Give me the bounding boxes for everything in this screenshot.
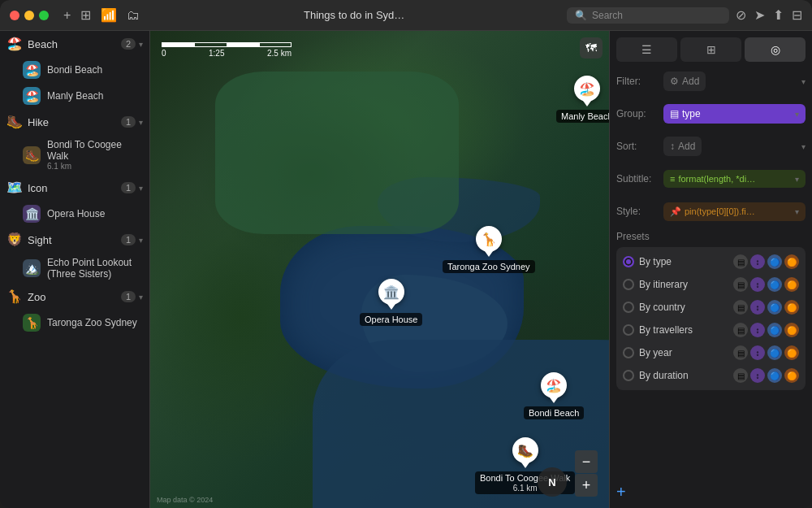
minimize-button[interactable] <box>24 11 34 20</box>
preset-dur-1: ▤ <box>733 368 748 383</box>
preset-duration-icons: ▤ ↕ 🔵 🟠 <box>733 368 799 383</box>
sidebar-group-sight[interactable]: 🦁 Sight 1 ▾ <box>0 227 149 253</box>
taronga-pin[interactable]: 🦒 Taronga Zoo Sydney <box>443 226 535 273</box>
add-preset-button[interactable]: + <box>610 476 812 508</box>
zoo-group-label: Zoo <box>28 291 121 303</box>
window-title: Things to do in Syd… <box>148 9 560 21</box>
wifi-icon[interactable]: 📶 <box>101 7 117 23</box>
preset-by-country[interactable]: By country ▤ ↕ 🔵 🟠 <box>620 296 802 319</box>
send-icon[interactable]: ➤ <box>754 7 765 23</box>
sidebar-group-icon[interactable]: 🗺️ Icon 1 ▾ <box>0 175 149 201</box>
sidebar-toggle-icon[interactable]: ⊟ <box>792 7 802 23</box>
preset-by-year[interactable]: By year ▤ ↕ 🔵 🟠 <box>620 341 802 364</box>
map-area[interactable]: 0 1:25 2.5 km 🗺 🏖️ Manly Beach 🦒 Taronga… <box>150 31 609 508</box>
zoo-group-icon: 🦒 <box>6 289 23 305</box>
bondi-beach-label: Bondi Beach <box>47 64 102 76</box>
share-icon[interactable]: ⬆ <box>773 7 784 23</box>
tabs-icon[interactable]: ⊞ <box>80 7 91 23</box>
sidebar-item-bondi-coogee[interactable]: 🥾 Bondi To Coogee Walk 6.1 km <box>0 135 149 175</box>
preset-trav-4: 🟠 <box>784 323 799 337</box>
block-icon[interactable]: ⊘ <box>736 7 746 23</box>
panel-tab-table[interactable]: ⊞ <box>680 37 741 62</box>
preset-yr-3: 🔵 <box>767 345 782 360</box>
close-button[interactable] <box>10 11 19 20</box>
zoom-in-button[interactable]: + <box>575 474 598 497</box>
preset-by-duration[interactable]: By duration ▤ ↕ 🔵 🟠 <box>620 364 802 387</box>
sidebar-item-taronga[interactable]: 🦒 Taronga Zoo Sydney <box>0 310 149 336</box>
sidebar-group-hike[interactable]: 🥾 Hike 1 ▾ <box>0 109 149 135</box>
manly-beach-label: Manly Beach <box>47 90 103 102</box>
preset-radio-country <box>623 302 634 313</box>
sort-add-button[interactable]: ↕ Add <box>663 137 702 156</box>
map-watermark: Map data © 2024 <box>157 496 213 504</box>
bondi-beach-pin[interactable]: 🏖️ Bondi Beach <box>524 372 584 419</box>
preset-cntry-3: 🔵 <box>767 300 782 315</box>
opera-house-icon: 🏛️ <box>23 205 41 223</box>
search-placeholder: Search <box>592 10 623 21</box>
preset-iter-4: 🟠 <box>784 277 799 292</box>
taronga-icon: 🦒 <box>23 314 41 332</box>
group-control[interactable]: ▤ type ▾ <box>663 104 806 124</box>
hike-chevron-icon: ▾ <box>139 118 143 127</box>
scale-seg-3 <box>227 42 259 47</box>
style-control[interactable]: 📌 pin(type[0][0]).fi… ▾ <box>663 202 806 221</box>
preset-country-icons: ▤ ↕ 🔵 🟠 <box>733 300 799 315</box>
search-bar[interactable]: 🔍 Search <box>567 7 729 24</box>
filter-add-button[interactable]: ⚙ Add <box>663 72 706 91</box>
panel-tab-list[interactable]: ☰ <box>616 37 677 62</box>
opera-house-pin[interactable]: 🏛️ Opera House <box>360 279 422 326</box>
taronga-label: Taronga Zoo Sydney <box>47 317 137 328</box>
presets-title: Presets <box>616 231 806 242</box>
panel-tabs: ☰ ⊞ ◎ <box>610 31 812 62</box>
preset-yr-4: 🟠 <box>784 345 799 360</box>
traffic-lights <box>10 11 49 20</box>
browser-icon[interactable]: 🗂 <box>127 8 140 23</box>
preset-by-travellers[interactable]: By travellers ▤ ↕ 🔵 🟠 <box>620 319 802 341</box>
land-north <box>215 72 459 234</box>
preset-yr-1: ▤ <box>733 345 748 360</box>
style-label: Style: <box>616 206 663 217</box>
sidebar-item-opera-house[interactable]: 🏛️ Opera House <box>0 201 149 227</box>
preset-icon-3: 🔵 <box>767 254 782 269</box>
compass[interactable]: N <box>538 467 567 497</box>
sidebar-group-zoo[interactable]: 🦒 Zoo 1 ▾ <box>0 284 149 310</box>
add-icon[interactable]: + <box>63 8 71 23</box>
sidebar-item-manly-beach[interactable]: 🏖️ Manly Beach <box>0 83 149 109</box>
compass-label: N <box>548 476 555 488</box>
scale-bar: 0 1:25 2.5 km <box>162 42 292 58</box>
panel-tab-settings[interactable]: ◎ <box>745 37 806 62</box>
preset-itinerary-icons: ▤ ↕ 🔵 🟠 <box>733 277 799 292</box>
panel-content: Filter: ⚙ Add ▾ Group: ▤ type ▾ Sort: <box>610 62 812 476</box>
preset-by-type[interactable]: By type ▤ ↕ 🔵 🟠 <box>620 250 802 273</box>
sidebar-item-bondi-beach[interactable]: 🏖️ Bondi Beach <box>0 57 149 83</box>
beach-group-count: 2 <box>121 38 136 50</box>
zoom-out-button[interactable]: − <box>575 450 598 473</box>
sight-group-icon: 🦁 <box>6 232 23 248</box>
subtitle-value: format(length, *di… <box>678 174 755 184</box>
icon-group-icon: 🗺️ <box>6 180 23 196</box>
map-view-toggle[interactable]: 🗺 <box>580 37 603 59</box>
sidebar-item-echo-point[interactable]: 🏔️ Echo Point Lookout (Three Sisters) <box>0 253 149 284</box>
preset-travellers-icons: ▤ ↕ 🔵 🟠 <box>733 323 799 337</box>
manly-beach-pin-label: Manly Beach <box>556 110 609 123</box>
preset-radio-travellers <box>623 324 634 336</box>
hike-group-icon: 🥾 <box>6 114 23 130</box>
manly-beach-pin[interactable]: 🏖️ Manly Beach <box>556 76 609 123</box>
maximize-button[interactable] <box>39 11 49 20</box>
bondi-coogee-pin-bubble: 🥾 <box>512 437 538 463</box>
sidebar-group-beach[interactable]: 🏖️ Beach 2 ▾ <box>0 31 149 57</box>
scale-label-0: 0 <box>162 49 166 58</box>
subtitle-control[interactable]: ≡ format(length, *di… ▾ <box>663 170 806 188</box>
preset-by-itinerary[interactable]: By itinerary ▤ ↕ 🔵 🟠 <box>620 273 802 296</box>
preset-icon-1: ▤ <box>733 254 748 269</box>
subtitle-row: Subtitle: ≡ format(length, *di… ▾ <box>616 166 806 192</box>
scale-seg-1 <box>162 42 194 47</box>
echo-point-label: Echo Point Lookout (Three Sisters) <box>47 257 143 280</box>
preset-icon-2: ↕ <box>750 254 765 269</box>
filter-icon: ⚙ <box>670 76 679 87</box>
style-value: pin(type[0][0]).fi… <box>685 206 755 216</box>
bondi-beach-icon: 🏖️ <box>23 61 41 79</box>
filter-row: Filter: ⚙ Add ▾ <box>616 68 806 94</box>
sidebar: 🏖️ Beach 2 ▾ 🏖️ Bondi Beach 🏖️ Manly Bea… <box>0 31 150 508</box>
group-control-icon: ▤ <box>670 108 679 119</box>
